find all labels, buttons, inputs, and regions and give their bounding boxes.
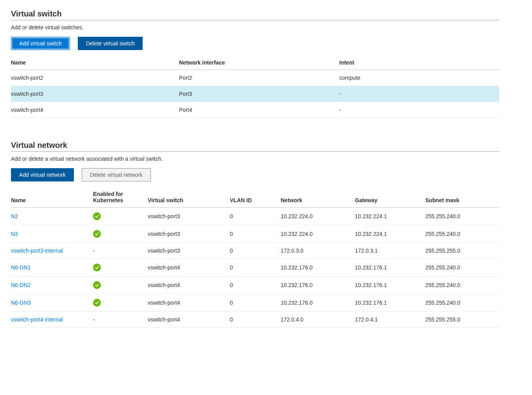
cell-enabled [93, 294, 148, 312]
col-vswitch[interactable]: Virtual switch [148, 187, 230, 208]
cell-gateway: 172.0.3.1 [355, 243, 425, 259]
cell-gateway: 10.232.176.1 [355, 259, 425, 276]
virtual-network-link[interactable]: vswitch-port4-internal [11, 316, 63, 323]
cell-name: N6-DN2 [11, 276, 93, 294]
virtual-network-table: Name Enabled for Kubernetes Virtual swit… [11, 187, 499, 328]
table-row[interactable]: vswitch-port2Port2compute [11, 70, 499, 86]
cell-network: 10.232.224.0 [281, 225, 355, 243]
cell-gateway: 172.0.4.1 [355, 312, 425, 328]
col-enabled[interactable]: Enabled for Kubernetes [93, 187, 148, 208]
col-vlan[interactable]: VLAN ID [230, 187, 281, 208]
dash-text: - [93, 316, 95, 323]
cell-intent: - [339, 86, 499, 102]
check-circle-icon [93, 230, 101, 238]
table-row[interactable]: vswitch-port4-internal-vswitch-port40172… [11, 312, 499, 328]
cell-vlan: 0 [230, 225, 281, 243]
cell-enabled [93, 276, 148, 294]
table-row[interactable]: N3vswitch-port3010.232.224.010.232.224.1… [11, 225, 499, 243]
cell-subnet: 255.255.255.0 [425, 312, 499, 328]
virtual-network-link[interactable]: N6-DN1 [11, 264, 31, 271]
virtual-network-title: Virtual network [11, 141, 499, 152]
virtual-network-description: Add or delete a virtual network associat… [11, 156, 499, 162]
col-subnet[interactable]: Subnet mask [425, 187, 499, 208]
virtual-network-link[interactable]: N2 [11, 213, 18, 219]
virtual-network-button-row: Add virtual network Delete virtual netwo… [11, 168, 499, 181]
cell-network: 10.232.176.0 [281, 294, 355, 312]
cell-subnet: 255.255.240.0 [425, 259, 499, 276]
dash-text: - [93, 248, 95, 254]
table-row[interactable]: vswitch-port4Port4- [11, 102, 499, 118]
cell-enabled [93, 225, 148, 243]
cell-enabled [93, 259, 148, 276]
table-row[interactable]: vswitch-port3-internal-vswitch-port30172… [11, 243, 499, 259]
cell-vswitch: vswitch-port3 [148, 208, 230, 225]
add-virtual-switch-button[interactable]: Add virtual switch [11, 37, 70, 50]
cell-vswitch: vswitch-port3 [148, 243, 230, 259]
cell-enabled: - [93, 243, 148, 259]
virtual-switch-title: Virtual switch [11, 9, 499, 20]
check-circle-icon [93, 212, 101, 220]
cell-vlan: 0 [230, 208, 281, 225]
cell-vlan: 0 [230, 243, 281, 259]
virtual-switch-button-row: Add virtual switch Delete virtual switch [11, 37, 499, 50]
cell-nic: Port4 [179, 102, 339, 118]
cell-intent: compute [339, 70, 499, 86]
cell-subnet: 255.255.240.0 [425, 225, 499, 243]
col-name[interactable]: Name [11, 56, 179, 70]
cell-name: N6-DN1 [11, 259, 93, 276]
col-gateway[interactable]: Gateway [355, 187, 425, 208]
cell-name: N2 [11, 208, 93, 225]
check-circle-icon [93, 299, 101, 307]
cell-vswitch: vswitch-port4 [148, 294, 230, 312]
cell-enabled [93, 208, 148, 225]
cell-name: N3 [11, 225, 93, 243]
add-virtual-network-button[interactable]: Add virtual network [11, 168, 74, 181]
check-circle-icon [93, 281, 101, 289]
cell-network: 10.232.224.0 [281, 208, 355, 225]
virtual-network-section: Virtual network Add or delete a virtual … [11, 141, 499, 328]
cell-network: 10.232.176.0 [281, 259, 355, 276]
cell-gateway: 10.232.176.1 [355, 294, 425, 312]
cell-vlan: 0 [230, 259, 281, 276]
table-row[interactable]: N6-DN2vswitch-port4010.232.176.010.232.1… [11, 276, 499, 294]
cell-name: vswitch-port2 [11, 70, 179, 86]
virtual-network-link[interactable]: N3 [11, 231, 18, 237]
table-header-row: Name Enabled for Kubernetes Virtual swit… [11, 187, 499, 208]
table-row[interactable]: N6-DN3vswitch-port4010.232.176.010.232.1… [11, 294, 499, 312]
cell-network: 10.232.176.0 [281, 276, 355, 294]
delete-virtual-switch-button[interactable]: Delete virtual switch [78, 37, 143, 50]
cell-nic: Port2 [179, 70, 339, 86]
cell-subnet: 255.255.255.0 [425, 243, 499, 259]
cell-vswitch: vswitch-port4 [148, 259, 230, 276]
table-row[interactable]: N2vswitch-port3010.232.224.010.232.224.1… [11, 208, 499, 225]
col-nic[interactable]: Network interface [179, 56, 339, 70]
table-row[interactable]: vswitch-port3Port3- [11, 86, 499, 102]
virtual-network-link[interactable]: vswitch-port3-internal [11, 248, 63, 254]
virtual-network-link[interactable]: N6-DN2 [11, 282, 31, 288]
col-intent[interactable]: Intent [339, 56, 499, 70]
cell-vswitch: vswitch-port4 [148, 312, 230, 328]
cell-nic: Port3 [179, 86, 339, 102]
cell-vlan: 0 [230, 276, 281, 294]
virtual-network-link[interactable]: N6-DN3 [11, 300, 31, 306]
cell-subnet: 255.255.240.0 [425, 208, 499, 225]
cell-name: vswitch-port4 [11, 102, 179, 118]
cell-vswitch: vswitch-port4 [148, 276, 230, 294]
cell-name: vswitch-port3-internal [11, 243, 93, 259]
col-name[interactable]: Name [11, 187, 93, 208]
virtual-switch-table: Name Network interface Intent vswitch-po… [11, 56, 499, 118]
cell-name: N6-DN3 [11, 294, 93, 312]
cell-network: 172.0.3.0 [281, 243, 355, 259]
virtual-switch-description: Add or delete virtual switches. [11, 24, 499, 31]
cell-enabled: - [93, 312, 148, 328]
col-network[interactable]: Network [281, 187, 355, 208]
table-row[interactable]: N6-DN1vswitch-port4010.232.176.010.232.1… [11, 259, 499, 276]
cell-intent: - [339, 102, 499, 118]
cell-name: vswitch-port4-internal [11, 312, 93, 328]
delete-virtual-network-button[interactable]: Delete virtual network [82, 168, 151, 181]
virtual-switch-section: Virtual switch Add or delete virtual swi… [11, 9, 499, 118]
cell-gateway: 10.232.176.1 [355, 276, 425, 294]
cell-vswitch: vswitch-port3 [148, 225, 230, 243]
cell-gateway: 10.232.224.1 [355, 208, 425, 225]
cell-subnet: 255.255.240.0 [425, 294, 499, 312]
